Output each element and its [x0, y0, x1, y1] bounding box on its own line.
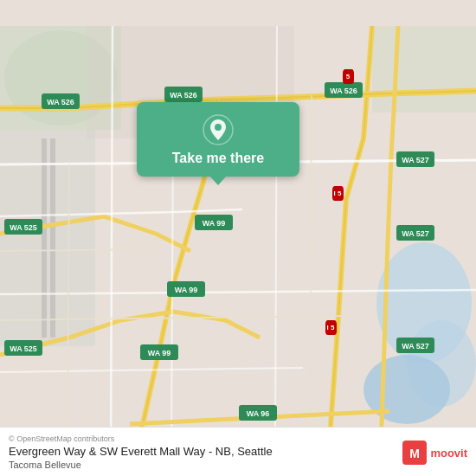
bottom-info: © OpenStreetMap contributors Evergreen W… [9, 434, 273, 471]
svg-text:WA 527: WA 527 [402, 156, 429, 164]
location-name: Evergreen Way & SW Everett Mall Way - NB… [9, 445, 273, 471]
svg-text:WA 527: WA 527 [402, 342, 429, 351]
svg-text:WA 525: WA 525 [10, 223, 37, 232]
svg-text:WA 99: WA 99 [175, 286, 198, 294]
svg-rect-7 [42, 138, 47, 338]
moovit-logo: M moovit [402, 441, 467, 465]
svg-text:WA 527: WA 527 [402, 229, 429, 238]
svg-point-38 [215, 124, 222, 131]
copyright-text: © OpenStreetMap contributors [9, 434, 273, 443]
svg-text:I 5: I 5 [334, 190, 342, 197]
svg-text:WA 526: WA 526 [47, 98, 74, 106]
svg-text:WA 99: WA 99 [203, 219, 226, 228]
svg-text:WA 96: WA 96 [247, 409, 270, 418]
svg-text:M: M [410, 447, 421, 460]
popup-label: Take me there [172, 151, 264, 166]
svg-rect-6 [0, 130, 95, 346]
bottom-bar: © OpenStreetMap contributors Evergreen W… [0, 427, 476, 476]
moovit-brand-name: moovit [430, 447, 467, 460]
svg-rect-8 [50, 138, 55, 338]
svg-text:I 5: I 5 [327, 324, 335, 331]
svg-text:WA 525: WA 525 [10, 344, 37, 353]
map-roads: WA 526 WA 526 WA 526 WA 527 WA 527 WA 52… [0, 0, 476, 476]
location-pin-icon [203, 114, 234, 145]
map-container: WA 526 WA 526 WA 526 WA 527 WA 527 WA 52… [0, 0, 476, 476]
moovit-icon: M [402, 441, 427, 465]
svg-text:WA 99: WA 99 [148, 349, 171, 357]
svg-text:5: 5 [346, 73, 351, 80]
svg-rect-2 [372, 26, 476, 113]
navigation-popup[interactable]: Take me there [137, 102, 299, 177]
svg-text:WA 526: WA 526 [330, 87, 357, 95]
svg-text:WA 526: WA 526 [170, 91, 197, 100]
